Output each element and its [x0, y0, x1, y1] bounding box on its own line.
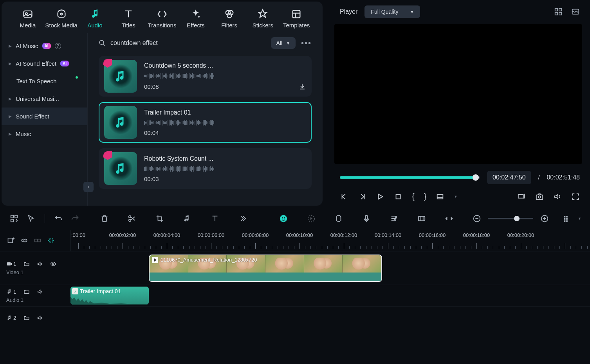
chevron-down-icon[interactable]: ▼: [454, 195, 457, 199]
select-tool[interactable]: [25, 213, 37, 224]
track-options-button[interactable]: [561, 213, 572, 224]
folder-icon[interactable]: [23, 289, 30, 295]
audio-sidebar: ▶AI MusicAI? ▶AI Sound EffectAI Text To …: [2, 33, 88, 206]
tab-audio[interactable]: Audio: [78, 9, 112, 29]
svg-rect-13: [396, 194, 401, 199]
ai-assistant-button[interactable]: [278, 213, 289, 224]
media-panel: Media Stock Media Audio Titles Transitio…: [2, 2, 323, 206]
mixer-button[interactable]: [388, 213, 400, 224]
timeline-ruler[interactable]: :00:0000:00:02:0000:00:04:0000:00:06:000…: [70, 230, 590, 251]
play-button[interactable]: [376, 192, 384, 201]
music-icon: [114, 69, 128, 83]
svg-rect-16: [536, 195, 543, 199]
text-button[interactable]: [209, 213, 220, 224]
zoom-slider[interactable]: [488, 218, 533, 219]
folder-icon[interactable]: [23, 261, 30, 267]
volume-button[interactable]: [553, 192, 562, 201]
tab-titles[interactable]: Titles: [112, 9, 145, 29]
delete-button[interactable]: [99, 213, 110, 224]
mute-icon[interactable]: [37, 261, 43, 267]
tab-filters[interactable]: Filters: [213, 9, 246, 29]
sidebar-item-ai-sound-effect[interactable]: ▶AI Sound EffectAI: [2, 55, 87, 72]
music-icon: [6, 315, 13, 321]
tab-stickers[interactable]: Stickers: [246, 9, 280, 29]
svg-point-29: [394, 220, 396, 221]
stop-button[interactable]: [394, 192, 402, 201]
mark-out-button[interactable]: }: [424, 192, 427, 201]
detach-button[interactable]: [517, 192, 526, 201]
visibility-icon[interactable]: [50, 261, 56, 267]
voiceover-button[interactable]: [361, 213, 372, 224]
ripple-button[interactable]: [34, 237, 41, 244]
zoom-in-button[interactable]: [539, 213, 550, 224]
play-icon: [152, 257, 158, 263]
more-tools-button[interactable]: [237, 213, 248, 224]
chevron-down-icon[interactable]: ▼: [578, 217, 581, 221]
undo-button[interactable]: [53, 213, 64, 224]
filter-dropdown[interactable]: All▼: [271, 37, 296, 49]
folder-icon[interactable]: [23, 315, 30, 321]
tab-media[interactable]: Media: [11, 9, 45, 29]
snap-button[interactable]: [47, 237, 55, 244]
audio-item[interactable]: Trailer Impact 0100:04: [99, 102, 312, 143]
track-label: Audio 1: [6, 297, 64, 303]
adjust-button[interactable]: [416, 213, 427, 224]
svg-point-7: [99, 40, 104, 45]
more-options-button[interactable]: •••: [301, 39, 312, 48]
scope-icon[interactable]: [571, 7, 580, 16]
split-button[interactable]: [126, 213, 138, 224]
crop-button[interactable]: [154, 213, 165, 224]
sidebar-item-sound-effect[interactable]: ▶Sound Effect: [2, 108, 87, 125]
svg-rect-27: [365, 215, 368, 220]
marker-button[interactable]: [333, 213, 345, 224]
mute-icon[interactable]: [37, 289, 43, 295]
timeline: :00:0000:00:02:0000:00:04:0000:00:06:000…: [0, 230, 590, 364]
audio-title: Robotic System Count ...: [144, 155, 306, 162]
audio-item[interactable]: Robotic System Count ...00:03: [99, 148, 312, 189]
preview-viewport[interactable]: [334, 24, 582, 164]
render-button[interactable]: [305, 213, 317, 224]
audio-title: Trailer Impact 01: [144, 109, 306, 116]
tab-stock-media[interactable]: Stock Media: [45, 9, 78, 29]
svg-point-43: [52, 263, 54, 265]
tab-transitions[interactable]: Transitions: [145, 9, 179, 29]
scrub-bar[interactable]: [340, 176, 480, 179]
track-number: 2: [13, 315, 16, 321]
add-track-button[interactable]: [7, 237, 15, 244]
music-icon: [114, 115, 128, 129]
audio-item[interactable]: Countdown 5 seconds ...00:08: [99, 56, 312, 97]
mark-in-button[interactable]: {: [412, 192, 415, 201]
svg-rect-34: [566, 216, 568, 218]
sidebar-item-ai-music[interactable]: ▶AI MusicAI?: [2, 37, 87, 55]
svg-rect-11: [559, 13, 561, 15]
audio-clip[interactable]: ♪ Trailer Impact 01: [70, 287, 149, 305]
grid-view-icon[interactable]: [554, 7, 563, 16]
waveform-icon: [144, 165, 306, 172]
chevron-right-icon: ▶: [9, 61, 12, 66]
zoom-out-button[interactable]: [471, 213, 482, 224]
video-clip[interactable]: 1110670_Amusement_Relation_1280x720: [149, 255, 382, 282]
download-icon[interactable]: [298, 82, 306, 90]
search-input[interactable]: [110, 39, 265, 47]
video-track-1: 1 Video 1 1110670_Amusement_Relation_128…: [0, 251, 590, 285]
quality-dropdown[interactable]: Full Quality▼: [364, 5, 420, 18]
frame-back-button[interactable]: [340, 192, 348, 201]
frame-forward-button[interactable]: [358, 192, 366, 201]
svg-point-23: [280, 215, 287, 222]
tab-effects[interactable]: Effects: [179, 9, 213, 29]
snapshot-button[interactable]: [535, 192, 544, 201]
fit-button[interactable]: [444, 213, 455, 224]
audio-button[interactable]: [182, 213, 193, 224]
mute-icon[interactable]: [37, 315, 43, 321]
help-icon[interactable]: ?: [55, 43, 61, 49]
layout-button[interactable]: [436, 192, 444, 201]
sidebar-item-universal-music[interactable]: ▶Universal Musi...: [2, 90, 87, 108]
apps-button[interactable]: [9, 213, 20, 224]
ai-badge: AI: [42, 43, 51, 49]
tab-templates[interactable]: Templates: [280, 9, 313, 29]
link-button[interactable]: [20, 237, 28, 244]
fullscreen-button[interactable]: [571, 192, 580, 201]
sidebar-item-music[interactable]: ▶Music: [2, 125, 87, 143]
redo-button[interactable]: [70, 213, 81, 224]
sidebar-item-tts[interactable]: Text To Speech: [2, 72, 87, 90]
